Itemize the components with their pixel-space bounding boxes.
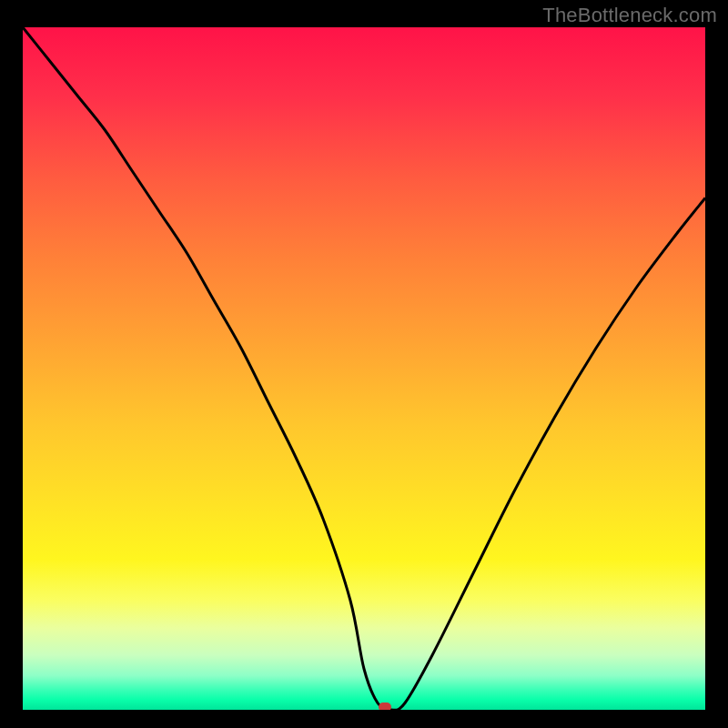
curve-path — [23, 27, 705, 710]
chart-stage: TheBottleneck.com — [0, 0, 728, 728]
minimum-marker — [379, 703, 391, 710]
watermark-text: TheBottleneck.com — [542, 4, 717, 27]
bottleneck-curve — [23, 27, 705, 710]
plot-area — [23, 27, 705, 710]
